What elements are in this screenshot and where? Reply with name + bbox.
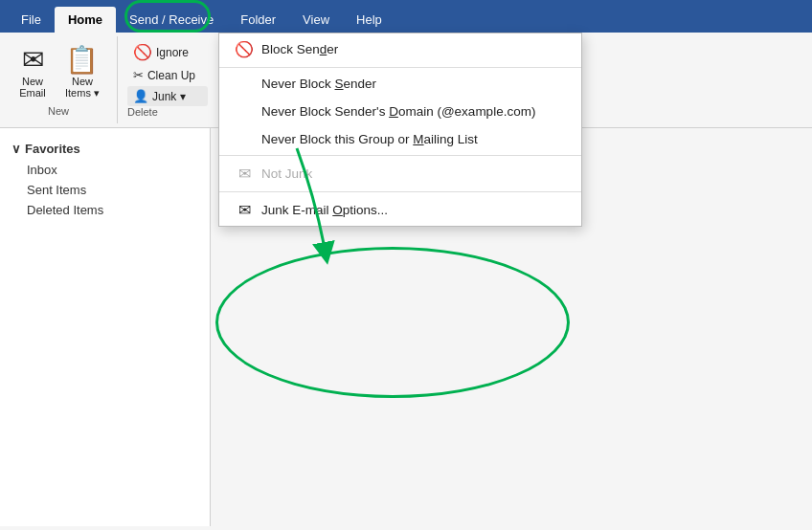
delete-small-btns: 🚫 Ignore ✂ Clean Up 👤 Junk ▾ (127, 40, 208, 106)
never-block-domain-label: Never Block Sender's Domain (@example.co… (261, 104, 535, 119)
not-junk-item: ✉ Not Junk (219, 158, 581, 189)
never-block-group-item[interactable]: Never Block this Group or Mailing List (219, 125, 581, 153)
ignore-icon: 🚫 (133, 43, 152, 61)
tab-help[interactable]: Help (343, 7, 395, 33)
new-email-button[interactable]: ✉ New Email (10, 43, 56, 102)
ribbon-group-new: ✉ New Email 📋 New Items ▾ New (0, 36, 118, 123)
app-container: File Home Send / Receive Folder View Hel… (0, 0, 812, 530)
junk-options-label: Junk E-mail Options... (261, 203, 388, 217)
sidebar: ∨ Favorites Inbox Sent Items Deleted Ite… (0, 128, 211, 526)
new-buttons: ✉ New Email 📋 New Items ▾ (10, 40, 107, 105)
junk-options-icon: ✉ (235, 201, 254, 219)
new-group-label: New (48, 105, 69, 120)
cleanup-icon: ✂ (133, 68, 144, 82)
not-junk-icon: ✉ (235, 165, 254, 183)
junk-button[interactable]: 👤 Junk ▾ (127, 86, 208, 106)
new-items-icon: 📋 (65, 47, 99, 74)
tab-file[interactable]: File (8, 7, 55, 33)
tab-home[interactable]: Home (55, 7, 116, 33)
never-block-sender-label: Never Block Sender (261, 77, 376, 91)
ribbon-tabs: File Home Send / Receive Folder View Hel… (0, 0, 812, 33)
never-block-group-label: Never Block this Group or Mailing List (261, 132, 478, 146)
never-block-sender-item[interactable]: Never Block Sender (219, 70, 581, 98)
dropdown-divider-3 (219, 191, 581, 192)
dropdown-divider-2 (219, 155, 581, 156)
tab-send-receive[interactable]: Send / Receive (116, 7, 227, 33)
block-sender-item[interactable]: 🚫 Block Sender (219, 33, 581, 65)
new-items-button[interactable]: 📋 New Items ▾ (57, 43, 107, 103)
email-icon: ✉ (22, 47, 44, 74)
sidebar-item-deleted[interactable]: Deleted Items (0, 200, 210, 220)
block-sender-icon: 🚫 (235, 40, 254, 58)
sidebar-item-inbox[interactable]: Inbox (0, 160, 210, 180)
block-sender-label: Block Sender (261, 42, 338, 56)
favorites-header[interactable]: ∨ Favorites (0, 138, 210, 160)
favorites-label: Favorites (25, 142, 80, 156)
not-junk-label: Not Junk (261, 166, 312, 181)
ignore-button[interactable]: 🚫 Ignore (127, 40, 208, 64)
cleanup-button[interactable]: ✂ Clean Up (127, 65, 208, 85)
never-block-domain-item[interactable]: Never Block Sender's Domain (@example.co… (219, 98, 581, 125)
tab-folder[interactable]: Folder (227, 7, 289, 33)
junk-icon: 👤 (133, 89, 148, 103)
junk-email-options-item[interactable]: ✉ Junk E-mail Options... (219, 194, 581, 226)
tab-view[interactable]: View (289, 7, 343, 33)
junk-dropdown: 🚫 Block Sender Never Block Sender Never … (218, 33, 582, 227)
delete-group-label: Delete (127, 106, 158, 121)
dropdown-divider-1 (219, 67, 581, 68)
chevron-down-icon: ∨ (11, 142, 21, 156)
sidebar-item-sent[interactable]: Sent Items (0, 180, 210, 200)
